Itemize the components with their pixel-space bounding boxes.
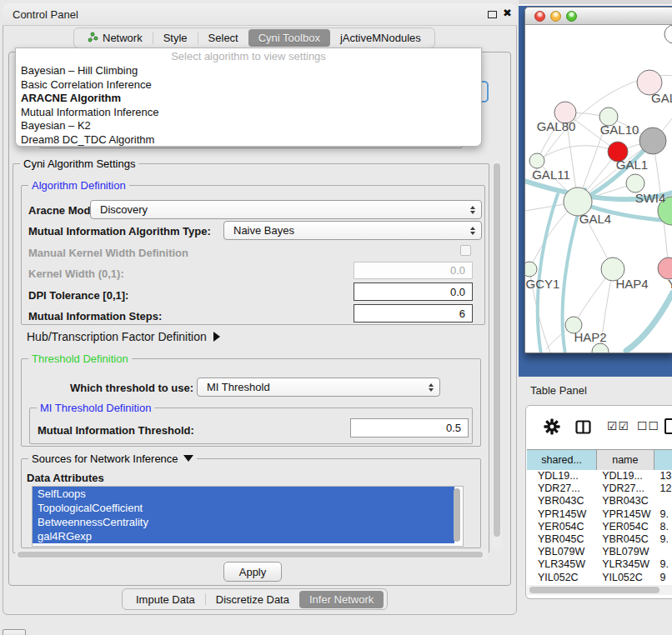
- table-row[interactable]: YDR27...YDR27...12: [527, 482, 672, 495]
- attribute-list-item[interactable]: TopologicalCoefficient: [33, 501, 454, 515]
- aracne-mode-combo[interactable]: Discovery: [90, 200, 482, 219]
- network-node[interactable]: [529, 153, 544, 168]
- attribute-list-item[interactable]: gal4RGexp: [33, 529, 454, 543]
- node-label: GCY1: [526, 277, 560, 291]
- table-cell: [654, 495, 672, 508]
- dpi-tolerance-field[interactable]: 0.0: [354, 282, 473, 301]
- data-attributes-list[interactable]: SelfLoopsTopologicalCoefficientBetweenne…: [32, 486, 464, 547]
- mi-threshold-field[interactable]: 0.5: [350, 418, 469, 438]
- table-cell: YBL079W: [597, 546, 654, 558]
- deselect-all-checkboxes-icon[interactable]: ☐☐: [637, 419, 659, 432]
- node-label: GAL10: [600, 122, 639, 137]
- algorithm-option-list: Bayesian – Hill ClimbingBasic Correlatio…: [16, 64, 481, 147]
- network-graph[interactable]: GALGAL80GAL10GAL1GAL11GAL4SWI4GCY1HAP4YH…: [525, 25, 672, 353]
- table-panel-title: Table Panel: [530, 384, 587, 397]
- algorithm-dropdown-popup: Select algorithm to view settings Bayesi…: [15, 48, 482, 147]
- algorithm-option[interactable]: Dream8 DC_TDC Algorithm: [16, 133, 481, 148]
- close-traffic-light-icon[interactable]: [534, 11, 545, 22]
- table-cell: YLR345W: [527, 558, 597, 571]
- table-cell: YBR043C: [597, 495, 654, 508]
- which-threshold-combo[interactable]: MI Threshold: [197, 378, 440, 397]
- gear-icon[interactable]: [544, 418, 560, 438]
- table-row[interactable]: YPR145WYPR145W9.: [527, 508, 672, 521]
- attribute-list-item[interactable]: BetweennessCentrality: [33, 515, 454, 529]
- network-node[interactable]: [664, 25, 672, 43]
- network-node[interactable]: [525, 262, 537, 277]
- node-label: GAL: [651, 91, 672, 105]
- algorithm-option[interactable]: Basic Correlation Inference: [16, 78, 481, 92]
- algorithm-option[interactable]: Mutual Information Inference: [16, 106, 481, 120]
- tab-cyni-toolbox[interactable]: Cyni Toolbox: [248, 29, 330, 47]
- control-panel-tabstrip: Network Style Select Cyni Toolbox jActiv…: [73, 28, 435, 48]
- tab-discretize-data-label: Discretize Data: [216, 593, 289, 606]
- close-icon[interactable]: ✖: [503, 7, 512, 19]
- tab-network[interactable]: Network: [78, 29, 153, 48]
- table-row[interactable]: YLR345WYLR345W9.: [527, 558, 672, 571]
- float-window-icon[interactable]: [488, 11, 497, 18]
- mi-steps-field[interactable]: 6: [354, 304, 473, 322]
- settings-vertical-scrollbar-thumb[interactable]: [494, 163, 500, 537]
- tab-style[interactable]: Style: [153, 29, 198, 47]
- tab-cyni-toolbox-label: Cyni Toolbox: [258, 32, 320, 44]
- sources-legend[interactable]: Sources for Network Inference: [28, 452, 197, 465]
- tab-jactivemnodules[interactable]: jActiveMNodules: [330, 29, 431, 47]
- mi-type-combo[interactable]: Naive Bayes: [223, 221, 482, 240]
- algorithm-option[interactable]: ARACNE Algorithm: [16, 92, 481, 106]
- table-row[interactable]: YBR045CYBR045C9.: [527, 533, 672, 546]
- table-cell: YBR043C: [527, 495, 597, 508]
- network-view-window[interactable]: GALGAL80GAL10GAL1GAL11GAL4SWI4GCY1HAP4YH…: [524, 7, 672, 353]
- table-row[interactable]: YBL079WYBL079W: [527, 546, 672, 558]
- node-label: GAL11: [532, 168, 570, 182]
- table-cell: YBR045C: [597, 533, 654, 546]
- table-horizontal-scrollbar[interactable]: [527, 585, 672, 595]
- table-cell: YDL19...: [597, 470, 654, 482]
- apply-button[interactable]: Apply: [223, 562, 282, 582]
- control-panel-titlebar[interactable]: [3, 3, 517, 26]
- manual-kernel-checkbox[interactable]: [460, 245, 471, 256]
- table-row[interactable]: YER054CYER054C8.: [527, 521, 672, 533]
- network-node[interactable]: [592, 343, 609, 353]
- network-node[interactable]: [626, 174, 644, 192]
- table-row[interactable]: YDL19...YDL19...13: [527, 470, 672, 482]
- table-cell: YIL052C: [527, 572, 597, 584]
- corner-mini-button[interactable]: [3, 629, 26, 635]
- settings-horizontal-scrollbar-thumb[interactable]: [18, 552, 483, 558]
- column-header-clipped[interactable]: [654, 450, 672, 471]
- attribute-list-item[interactable]: SelfLoops: [33, 487, 454, 501]
- network-node[interactable]: [639, 128, 666, 154]
- tab-discretize-data[interactable]: Discretize Data: [206, 591, 299, 608]
- threshold-definition-legend: Threshold Definition: [28, 352, 132, 365]
- table-horizontal-scrollbar-thumb[interactable]: [529, 587, 659, 593]
- table-row[interactable]: YBR043CYBR043C: [527, 495, 672, 508]
- table-cell: 13: [654, 470, 672, 482]
- network-window-titlebar[interactable]: [525, 8, 672, 25]
- columns-icon[interactable]: [575, 420, 591, 438]
- node-label: HAP4: [615, 277, 648, 291]
- hub-definition-expander[interactable]: Hub/Transcription Factor Definition: [27, 330, 220, 343]
- tab-impute-data[interactable]: Impute Data: [126, 591, 205, 608]
- new-column-icon[interactable]: [664, 418, 672, 434]
- select-all-checkboxes-icon[interactable]: ☑☑: [607, 419, 629, 432]
- kernel-width-field[interactable]: 0.0: [354, 262, 473, 279]
- attributes-scrollbar-thumb[interactable]: [454, 488, 460, 542]
- table-row[interactable]: YIL052CYIL052C9: [527, 572, 672, 584]
- zoom-traffic-light-icon[interactable]: [566, 11, 577, 22]
- table-cell: 9.: [654, 558, 672, 571]
- tab-infer-network[interactable]: Infer Network: [299, 591, 384, 608]
- algorithm-option[interactable]: Bayesian – Hill Climbing: [16, 64, 481, 78]
- column-header-shared-name[interactable]: shared...: [527, 450, 597, 471]
- tab-select[interactable]: Select: [198, 29, 248, 47]
- table-cell: 9.: [654, 508, 672, 521]
- table-cell: YBR045C: [527, 533, 597, 546]
- settings-vertical-scrollbar[interactable]: [492, 160, 502, 550]
- minimize-traffic-light-icon[interactable]: [550, 11, 561, 22]
- mi-steps-label: Mutual Information Steps:: [28, 310, 162, 322]
- algorithm-option[interactable]: Bayesian – K2: [16, 119, 481, 133]
- column-header-name[interactable]: name: [597, 450, 654, 471]
- node-label: SWI4: [635, 191, 666, 205]
- table-cell: [654, 546, 672, 558]
- stepper-arrows-icon: [470, 227, 475, 235]
- mi-type-value: Naive Bayes: [233, 224, 294, 237]
- settings-horizontal-scrollbar[interactable]: [15, 550, 489, 559]
- table-cell: YPR145W: [597, 508, 654, 521]
